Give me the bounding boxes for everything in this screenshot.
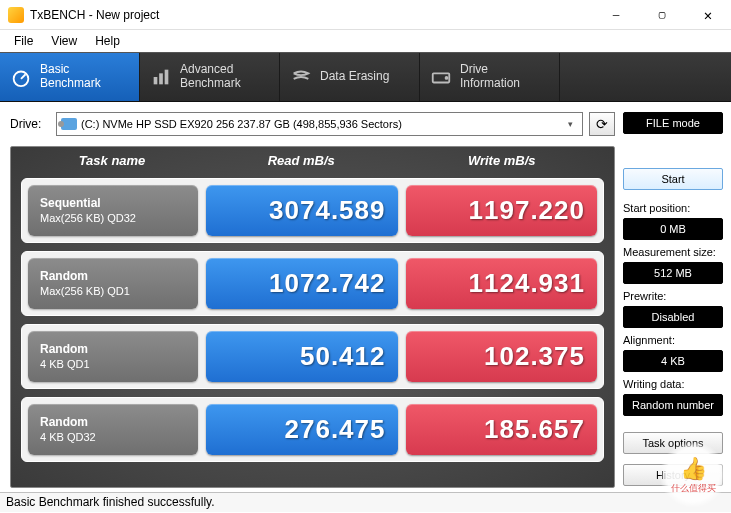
alignment-value[interactable]: 4 KB — [623, 350, 723, 372]
status-bar: Basic Benchmark finished successfully. — [0, 492, 731, 512]
menu-file[interactable]: File — [6, 32, 41, 50]
task-cell: Random4 KB QD32 — [28, 404, 198, 455]
minimize-button[interactable]: — — [593, 0, 639, 30]
refresh-icon: ⟳ — [596, 116, 608, 132]
drive-row: Drive: (C:) NVMe HP SSD EX920 256 237.87… — [10, 112, 615, 136]
result-row: RandomMax(256 KB) QD1 1072.742 1124.931 — [21, 251, 604, 316]
result-row: Random4 KB QD32 276.475 185.657 — [21, 397, 604, 462]
result-row: Random4 KB QD1 50.412 102.375 — [21, 324, 604, 389]
tab-drive-information[interactable]: Drive Information — [420, 53, 560, 101]
task-cell: SequentialMax(256 KB) QD32 — [28, 185, 198, 236]
read-value: 50.412 — [206, 331, 398, 382]
col-read: Read mB/s — [201, 153, 402, 168]
alignment-label: Alignment: — [623, 334, 723, 346]
task-cell: Random4 KB QD1 — [28, 331, 198, 382]
write-value: 185.657 — [406, 404, 598, 455]
writing-data-label: Writing data: — [623, 378, 723, 390]
column-headers: Task name Read mB/s Write mB/s — [21, 153, 604, 170]
close-button[interactable]: ✕ — [685, 0, 731, 30]
sidebar: FILE mode Start Start position: 0 MB Mea… — [621, 102, 731, 492]
result-row: SequentialMax(256 KB) QD32 3074.589 1197… — [21, 178, 604, 243]
tab-label: Advanced Benchmark — [180, 63, 241, 91]
tab-label: Data Erasing — [320, 70, 389, 84]
tab-data-erasing[interactable]: Data Erasing — [280, 53, 420, 101]
read-value: 3074.589 — [206, 185, 398, 236]
svg-rect-2 — [159, 73, 163, 84]
menu-view[interactable]: View — [43, 32, 85, 50]
start-position-label: Start position: — [623, 202, 723, 214]
chevron-down-icon: ▾ — [562, 119, 578, 129]
erase-icon — [290, 66, 312, 88]
prewrite-label: Prewrite: — [623, 290, 723, 302]
tab-basic-benchmark[interactable]: Basic Benchmark — [0, 53, 140, 101]
app-icon — [8, 7, 24, 23]
workspace: Drive: (C:) NVMe HP SSD EX920 256 237.87… — [0, 102, 731, 492]
read-value: 276.475 — [206, 404, 398, 455]
write-value: 102.375 — [406, 331, 598, 382]
col-task: Task name — [23, 153, 201, 168]
drive-value: (C:) NVMe HP SSD EX920 256 237.87 GB (49… — [81, 118, 402, 130]
tab-bar: Basic Benchmark Advanced Benchmark Data … — [0, 52, 731, 102]
result-panel: Task name Read mB/s Write mB/s Sequentia… — [10, 146, 615, 488]
history-button[interactable]: History — [623, 464, 723, 486]
tab-advanced-benchmark[interactable]: Advanced Benchmark — [140, 53, 280, 101]
menu-help[interactable]: Help — [87, 32, 128, 50]
window-controls: — ▢ ✕ — [593, 0, 731, 30]
drive-label: Drive: — [10, 117, 50, 131]
drive-select[interactable]: (C:) NVMe HP SSD EX920 256 237.87 GB (49… — [56, 112, 583, 136]
svg-rect-3 — [165, 70, 169, 85]
title-bar: TxBENCH - New project — ▢ ✕ — [0, 0, 731, 30]
write-value: 1124.931 — [406, 258, 598, 309]
svg-point-5 — [446, 77, 448, 79]
disk-icon — [61, 118, 77, 130]
window-title: TxBENCH - New project — [30, 8, 159, 22]
task-cell: RandomMax(256 KB) QD1 — [28, 258, 198, 309]
tab-label: Drive Information — [460, 63, 520, 91]
maximize-button[interactable]: ▢ — [639, 0, 685, 30]
gauge-icon — [10, 66, 32, 88]
start-button[interactable]: Start — [623, 168, 723, 190]
chart-icon — [150, 66, 172, 88]
writing-data-value[interactable]: Random number — [623, 394, 723, 416]
status-text: Basic Benchmark finished successfully. — [6, 495, 215, 509]
measurement-size-value[interactable]: 512 MB — [623, 262, 723, 284]
write-value: 1197.220 — [406, 185, 598, 236]
menu-bar: File View Help — [0, 30, 731, 52]
read-value: 1072.742 — [206, 258, 398, 309]
file-mode-button[interactable]: FILE mode — [623, 112, 723, 134]
measurement-size-label: Measurement size: — [623, 246, 723, 258]
col-write: Write mB/s — [402, 153, 603, 168]
prewrite-value[interactable]: Disabled — [623, 306, 723, 328]
tab-label: Basic Benchmark — [40, 63, 101, 91]
main-area: Drive: (C:) NVMe HP SSD EX920 256 237.87… — [0, 102, 621, 492]
task-options-button[interactable]: Task options — [623, 432, 723, 454]
start-position-value[interactable]: 0 MB — [623, 218, 723, 240]
svg-rect-1 — [154, 77, 158, 84]
drive-icon — [430, 66, 452, 88]
refresh-button[interactable]: ⟳ — [589, 112, 615, 136]
